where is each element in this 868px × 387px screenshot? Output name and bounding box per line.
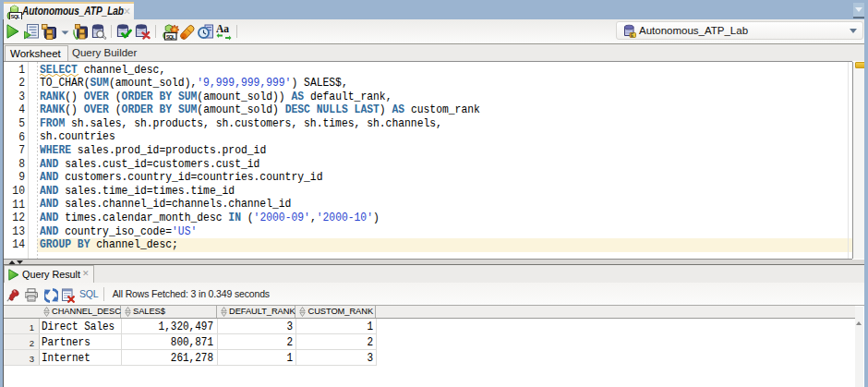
svg-text:SQL: SQL (166, 34, 175, 40)
svg-text:SQL: SQL (11, 14, 21, 19)
svg-text:Aa: Aa (216, 24, 229, 34)
svg-text:E: E (631, 33, 633, 38)
